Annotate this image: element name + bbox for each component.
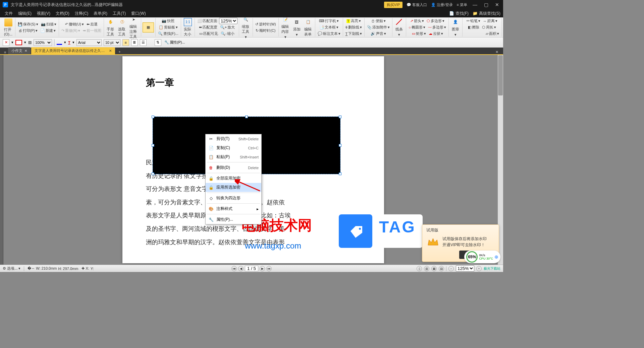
zoom-in-status[interactable]: + [476,266,482,271]
prev-page-button[interactable]: ◀ [238,266,244,271]
ellipse-button[interactable]: ○ 椭圆形 ▾ [408,24,426,30]
eraser-button[interactable]: ◧ 擦除 [467,24,480,30]
line-button[interactable]: 线条▾ [394,17,405,38]
login-link[interactable]: 👤 注册/登录 [431,2,452,7]
undo-button[interactable]: ↶ 撤销(U) ▾ [64,21,85,27]
handle-se[interactable] [339,172,341,175]
handle-n[interactable] [245,116,248,118]
perf-expand-icon[interactable]: ⊕ [494,254,498,260]
annotation-tool-active[interactable]: ▦ [143,22,154,32]
fill-pattern[interactable]: ▨ [28,40,32,45]
add-button[interactable]: 🖼添加▾ [291,17,302,38]
layout-single-button[interactable]: ▯ [417,266,422,271]
align-right-button[interactable]: ☰ [140,39,147,46]
perimeter-button[interactable]: ⬡ 周长 ▾ [481,24,497,30]
polyline-button[interactable]: 〰 多边形 ▾ [427,24,447,30]
first-page-button[interactable]: ⏮ [231,266,237,271]
print-button[interactable]: 🖨 打印(P) ▾ [17,27,39,34]
layout-facing-button[interactable]: ▦ [431,266,437,271]
delete-x-button[interactable]: ✕ [3,39,9,46]
font-color[interactable] [57,44,62,45]
sidebar-collapsed[interactable] [0,55,3,265]
tab-1-close[interactable]: ✕ [24,49,27,53]
buy-vip-button[interactable]: 购买VIP [384,2,403,8]
menu-comment-style[interactable]: 🎨注释样式▸ [206,204,261,213]
tab-2-close[interactable]: ✕ [109,49,112,53]
rotate-ccw-button[interactable]: ↺ 逆时针(W) [254,21,277,27]
tab-add-button[interactable]: ＋ [116,49,123,54]
menu-encrypt-all[interactable]: 🔒全部应用加密 [206,174,261,183]
textbox-button[interactable]: 📑 文本框 ▾ [318,24,339,30]
edit-content-button[interactable]: 📝编辑内容▾ [280,15,291,40]
dropdown-4[interactable]: ▾ [72,40,74,45]
text-direction-button[interactable]: ⇅ [155,39,161,46]
properties-button[interactable]: 🔧 属性(P)... [163,39,186,46]
menu-edit[interactable]: 编辑(E) [16,10,34,17]
zoomin-button[interactable]: 🔍+ 放大 [219,24,236,30]
area-button[interactable]: ▱ 面积 ▾ [485,30,500,37]
fitvisible-button[interactable]: ▭ 匹配可见 [198,30,219,37]
menu-paste[interactable]: 📋粘贴(P)Shift+Insert [206,152,261,161]
rect-button[interactable]: ▭ 矩形 ▾ [411,30,427,37]
note-button[interactable]: 🗒 便贴 ▾ [370,18,387,24]
fitwidth-button[interactable]: ⬌ 匹配宽度 [198,24,218,30]
edit-form-button[interactable]: 📋编辑表单 [303,17,314,38]
tab-2[interactable]: 文字是人类用符号记录表达信息以传之久远的方式和...✕ [31,47,115,54]
menu-cut[interactable]: ✂剪切(T)Shift+Delete [206,134,261,143]
select-tool[interactable]: Ⓣ选取工具 [117,17,127,38]
handle-ne[interactable] [339,116,341,118]
page-input[interactable] [245,266,258,271]
tabs-close-all[interactable]: ✕ [493,50,500,54]
stamp-button[interactable]: 👤图章▾ [450,17,461,38]
snapshot-button[interactable]: 📷 快照 [161,18,175,24]
new-button[interactable]: 📄 新建 ▾ [39,27,57,34]
callout-button[interactable]: 💬 标注文本 ▾ [317,30,341,37]
find-button[interactable]: 🔍 查找(F)... [157,30,179,37]
underline-button[interactable]: T 下划线 ▾ [344,30,363,37]
zoom-select[interactable]: 125% [219,18,237,24]
back-button[interactable]: ⬅ 后退 [86,21,99,27]
align-center-button[interactable]: ≣ [131,39,138,46]
close-window-button[interactable]: ✕ [494,2,500,7]
zoomout-button[interactable]: 🔍- 缩小 [220,30,236,37]
pencil-button[interactable]: ✏ 铅笔 ▾ [466,18,481,24]
fitpage-button[interactable]: ⬜ 匹配页面 [196,18,218,24]
performance-widget[interactable]: 65% 0K/s CPU 30°C ⊕ [464,251,500,263]
tab-list-button[interactable]: ≡ [3,50,7,54]
maximize-button[interactable]: ▢ [483,2,490,7]
dropdown-1[interactable]: ▾ [11,40,13,45]
tab-1[interactable]: 小作文✕ [8,47,31,54]
highlight-button[interactable]: T 高亮 ▾ [345,18,362,24]
redo-button[interactable]: ↷ 重做(R) ▾ [60,27,81,34]
save-button[interactable]: 💾 保存(S) ▾ [17,21,39,27]
menu-encrypt-selected[interactable]: 🔒应用所选加密 [206,183,261,192]
open-button[interactable]: 打开(O)... [3,18,14,37]
options-button[interactable]: ⚙ 选项... ▾ [3,266,20,271]
dropdown-3[interactable]: ▾ [64,40,66,45]
scan-button[interactable]: 📷 扫描 ▾ [40,21,57,27]
cloud-button[interactable]: ☁ 云状 ▾ [428,30,444,37]
handle-w[interactable] [152,144,154,147]
menu-delete[interactable]: 🗑删除(D)Delete [206,163,261,172]
polygon-button[interactable]: ⬠ 多边形 ▾ [426,18,445,24]
handle-e[interactable] [339,144,341,147]
menu-copy[interactable]: 📄复制(C)Ctrl+C [206,143,261,152]
menu-document[interactable]: 文档(D) [54,10,71,17]
align-left-button[interactable]: ≡ [122,39,129,46]
handle-nw[interactable] [152,116,154,118]
clipboard-button[interactable]: 📋 剪贴板 ▾ [158,24,179,30]
menu-file[interactable]: 文件 [3,10,15,17]
last-page-button[interactable]: ⏭ [266,266,272,271]
strikeout-button[interactable]: T 删除线 ▾ [344,24,363,30]
menu-convert-polygon[interactable]: ◇转换为四边形 [206,194,261,203]
next-page-button[interactable]: ▶ [260,266,265,271]
forward-button[interactable]: ➡ 前一视图 [82,27,102,34]
layout-continuous-button[interactable]: ▥ [424,266,429,271]
dropdown-2[interactable]: ▾ [24,40,26,45]
attach-button[interactable]: 📎 添加附件 ▾ [366,24,391,30]
zoom-status-select[interactable]: 125% [456,265,474,272]
fontsize-select[interactable]: 10 pt [104,39,120,46]
font-select[interactable]: Arial [76,39,102,46]
zoom-out-status[interactable]: − [448,266,454,271]
find-link[interactable]: 📄 查找(F) [449,11,469,16]
